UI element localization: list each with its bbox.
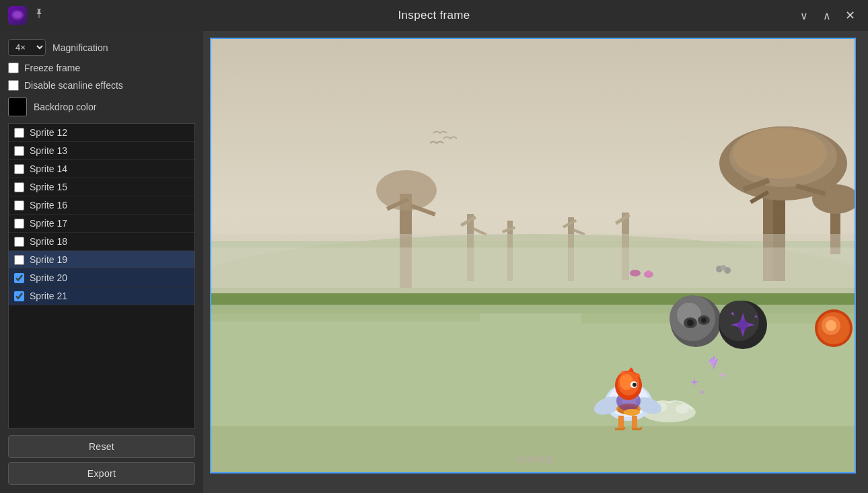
titlebar: Inspect frame ∨ ∧ ✕ (0, 0, 868, 31)
backdrop-color-row: Backdrop color (8, 98, 195, 116)
sprite-20-checkbox[interactable] (14, 273, 24, 283)
svg-rect-3 (39, 14, 40, 18)
sprite-16-label: Sprite 16 (30, 200, 67, 211)
sprite-list[interactable]: Sprite 12 Sprite 13 Sprite 14 Sprite 15 … (8, 123, 195, 428)
sprite-20-label: Sprite 20 (30, 272, 67, 283)
expand-button[interactable]: ∧ (817, 5, 837, 26)
svg-point-47 (701, 317, 707, 323)
svg-point-54 (826, 320, 836, 331)
svg-rect-71 (632, 416, 637, 429)
sprite-14-label: Sprite 14 (30, 163, 67, 174)
list-item[interactable]: Sprite 15 (9, 178, 194, 196)
reset-button[interactable]: Reset (8, 435, 195, 458)
sprite-17-label: Sprite 17 (30, 218, 67, 229)
svg-point-49 (719, 301, 759, 341)
sprite-16-checkbox[interactable] (14, 200, 24, 211)
list-item[interactable]: Sprite 19 (9, 251, 194, 269)
magnification-label: Magnification (52, 42, 108, 53)
list-item[interactable]: Sprite 14 (9, 160, 194, 178)
freeze-frame-checkbox[interactable] (8, 63, 19, 73)
canvas-area (203, 31, 868, 493)
titlebar-left-icons (8, 6, 46, 25)
sidebar-buttons: Reset Export (8, 435, 195, 485)
export-button[interactable]: Export (8, 462, 195, 485)
list-item[interactable]: Sprite 13 (9, 142, 194, 160)
titlebar-controls: ∨ ∧ ✕ (794, 5, 860, 26)
list-item[interactable]: Sprite 16 (9, 196, 194, 215)
collapse-button[interactable]: ∨ (794, 5, 814, 26)
sprite-19-label: Sprite 19 (30, 254, 67, 265)
svg-point-79 (545, 455, 553, 463)
svg-point-76 (517, 455, 525, 463)
svg-point-38 (630, 270, 641, 276)
game-scene (211, 39, 856, 473)
svg-point-50 (737, 319, 748, 330)
sprite-13-label: Sprite 13 (30, 145, 67, 156)
window-title: Inspect frame (398, 9, 470, 22)
svg-point-69 (632, 383, 637, 387)
svg-rect-70 (618, 416, 624, 429)
sprite-18-label: Sprite 18 (30, 236, 67, 247)
backdrop-color-swatch[interactable] (8, 98, 27, 116)
list-item[interactable]: Sprite 21 (9, 287, 194, 305)
list-item[interactable]: Sprite 20 (9, 269, 194, 287)
list-item[interactable]: Sprite 12 (9, 124, 194, 142)
svg-point-77 (526, 455, 534, 463)
disable-scanline-label[interactable]: Disable scanline effects (24, 80, 123, 91)
sprite-15-checkbox[interactable] (14, 182, 24, 192)
svg-point-11 (733, 128, 827, 179)
magnification-row: 1× 2× 3× 4× 5× 6× 7× 8× Magnification (8, 39, 195, 56)
sprite-19-checkbox[interactable] (14, 255, 24, 265)
disable-scanline-row: Disable scanline effects (8, 80, 195, 91)
game-canvas-frame (210, 38, 856, 473)
list-item[interactable]: Sprite 17 (9, 215, 194, 233)
sprite-12-checkbox[interactable] (14, 128, 24, 138)
freeze-frame-row: Freeze frame (8, 63, 195, 73)
sprite-18-checkbox[interactable] (14, 237, 24, 247)
list-item[interactable]: Sprite 18 (9, 233, 194, 251)
main-content: 1× 2× 3× 4× 5× 6× 7× 8× Magnification Fr… (0, 31, 868, 493)
sidebar: 1× 2× 3× 4× 5× 6× 7× 8× Magnification Fr… (0, 31, 203, 493)
sprite-21-checkbox[interactable] (14, 291, 24, 301)
disable-scanline-checkbox[interactable] (8, 80, 19, 91)
magnification-select[interactable]: 1× 2× 3× 4× 5× 6× 7× 8× (8, 39, 46, 56)
sprite-12-label: Sprite 12 (30, 127, 67, 138)
svg-point-67 (620, 374, 633, 390)
svg-point-2 (13, 12, 22, 18)
sprite-21-label: Sprite 21 (30, 291, 67, 301)
sprite-17-checkbox[interactable] (14, 219, 24, 229)
app-logo-icon (8, 6, 27, 25)
freeze-frame-label[interactable]: Freeze frame (24, 63, 80, 73)
svg-rect-32 (211, 248, 856, 288)
close-button[interactable]: ✕ (840, 5, 860, 26)
svg-point-18 (376, 170, 437, 211)
svg-point-46 (687, 319, 694, 326)
backdrop-color-label: Backdrop color (34, 102, 96, 112)
svg-point-72 (624, 409, 640, 416)
sprite-15-label: Sprite 15 (30, 182, 67, 192)
sprite-14-checkbox[interactable] (14, 164, 24, 174)
sprite-13-checkbox[interactable] (14, 146, 24, 156)
pin-icon[interactable] (32, 7, 46, 24)
svg-point-78 (536, 455, 544, 463)
svg-point-75 (721, 265, 726, 270)
svg-point-40 (646, 270, 651, 274)
